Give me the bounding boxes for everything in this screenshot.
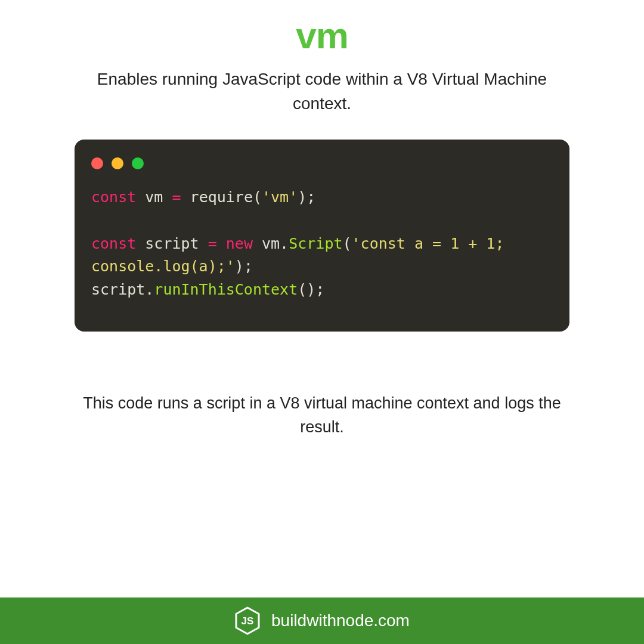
code-token: const <box>91 188 136 206</box>
code-token: = <box>208 235 217 252</box>
window-traffic-lights <box>91 157 553 169</box>
code-token: Script <box>289 235 342 252</box>
code-token <box>217 235 226 252</box>
code-token: script. <box>91 281 154 298</box>
code-token: = <box>172 188 181 206</box>
traffic-dot-yellow-icon <box>112 157 123 169</box>
code-token: require( <box>181 188 262 206</box>
logo-text: JS <box>242 615 254 627</box>
code-token: ); <box>235 258 253 275</box>
code-token: vm. <box>253 235 289 252</box>
code-caption: This code runs a script in a V8 virtual … <box>75 391 569 439</box>
traffic-dot-green-icon <box>132 157 144 169</box>
code-token: ( <box>343 235 352 252</box>
code-token: const <box>91 235 136 252</box>
code-body: const vm = require('vm'); const script =… <box>91 186 553 302</box>
footer-bar: JS buildwithnode.com <box>0 597 644 644</box>
code-token: (); <box>298 281 324 298</box>
code-line <box>91 209 553 233</box>
code-token: new <box>226 235 253 252</box>
code-line: const script = new vm.Script('const a = … <box>91 233 553 279</box>
nodejs-logo-icon: JS <box>234 606 261 635</box>
code-line: const vm = require('vm'); <box>91 186 553 209</box>
page-subtitle: Enables running JavaScript code within a… <box>78 67 566 116</box>
footer-site-label: buildwithnode.com <box>271 611 410 630</box>
traffic-dot-red-icon <box>91 157 103 169</box>
code-token: vm <box>136 188 172 206</box>
code-token: runInThisContext <box>154 281 298 298</box>
page-title: vm <box>0 0 644 57</box>
code-snippet-card: const vm = require('vm'); const script =… <box>75 140 569 332</box>
code-line: script.runInThisContext(); <box>91 278 553 302</box>
code-token: 'vm' <box>262 188 298 206</box>
code-token: ); <box>298 188 315 206</box>
code-token: script <box>136 235 208 252</box>
